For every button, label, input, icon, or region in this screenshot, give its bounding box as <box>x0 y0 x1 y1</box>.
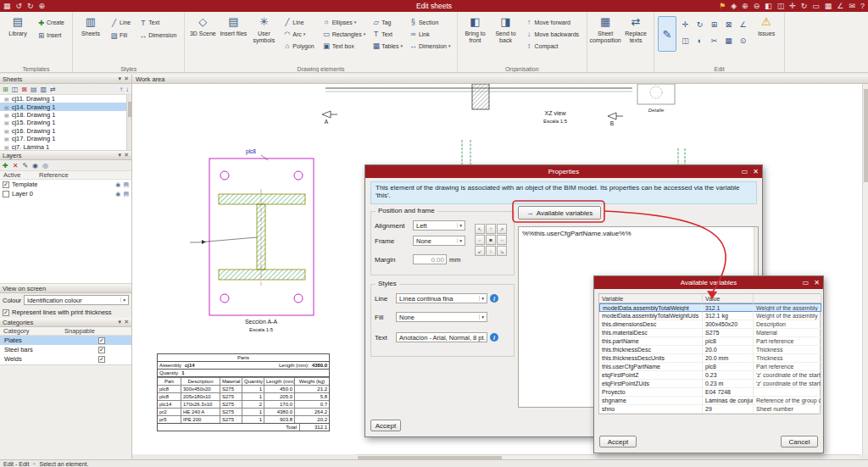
info-icon[interactable]: i <box>490 333 498 342</box>
user-symbols-button[interactable]: ✳ User symbols <box>249 14 278 58</box>
add-layer-icon[interactable]: ✚ <box>3 162 8 170</box>
frame-pad-button[interactable]: ↓ <box>486 246 496 256</box>
frame-pad-button[interactable]: ↙ <box>475 246 485 256</box>
snappable-checkbox[interactable]: ✓ <box>98 347 105 353</box>
snap-tool-button[interactable]: ⊙ <box>737 34 749 47</box>
copy-tool-button[interactable]: ◫ <box>679 34 692 47</box>
edit-tool-button[interactable]: ✎ <box>658 16 676 52</box>
frame-pad-button[interactable]: ↗ <box>497 224 507 234</box>
show-all-layers-icon[interactable]: ◉ <box>32 162 38 170</box>
accept-button[interactable]: Accept <box>599 436 637 448</box>
eye-icon[interactable]: ◉ <box>115 191 120 197</box>
flag-icon[interactable]: ⚑ <box>719 0 726 12</box>
eye-icon[interactable]: ◉ <box>115 181 120 188</box>
sheet-item[interactable]: ▤ cj7. Lámina 1 <box>0 142 131 150</box>
move-backwards-button[interactable]: ↓ Move backwards <box>523 28 584 40</box>
dimension-button[interactable]: ↔ Dimension ▾ <box>407 40 453 52</box>
accept-button[interactable]: Accept <box>370 420 401 431</box>
send-to-back-button[interactable]: ◨ Send to back <box>492 14 520 58</box>
line-style-select[interactable]: Línea continua fina ▾ <box>396 293 487 303</box>
monitor-icon[interactable]: ▭ <box>812 0 820 12</box>
bring-to-front-button[interactable]: ◧ Bring to front <box>461 14 490 58</box>
maximize-icon[interactable]: ▭ <box>742 168 748 175</box>
sheet-settings-icon[interactable]: ▤ <box>31 86 37 93</box>
polygon-button[interactable]: ⌂ Polygon <box>281 40 318 52</box>
replace-texts-button[interactable]: ⇄ Replace texts <box>621 14 650 58</box>
sheet-item[interactable]: ▤ cj15. Drawing 1 <box>0 119 131 126</box>
close-icon[interactable]: ✕ <box>814 279 820 286</box>
export-sheet-icon[interactable]: ⇄ <box>50 86 56 93</box>
frame-pad-button[interactable]: ↘ <box>497 246 507 256</box>
frame-pad-button[interactable]: → <box>497 235 507 245</box>
text-styles-button[interactable]: T Text <box>136 16 181 29</box>
issues-button[interactable]: ⚠ Issues <box>752 14 781 58</box>
margin-input[interactable]: 0.00 <box>413 254 447 264</box>
zoom-all-icon[interactable]: ◫ <box>777 0 785 12</box>
compact-button[interactable]: ↕ Compact <box>523 40 584 52</box>
mirror-tool-button[interactable]: ◐ <box>693 34 706 47</box>
zoom-out-icon[interactable]: ⊖ <box>754 0 760 12</box>
edit-layer-icon[interactable]: ✎ <box>22 162 28 170</box>
collapse-icon[interactable]: ▾ <box>119 75 122 82</box>
frame-select[interactable]: None ▾ <box>413 236 465 246</box>
close-icon[interactable]: ✕ <box>124 152 129 158</box>
trim-tool-button[interactable]: ✂ <box>708 34 721 47</box>
undo-icon[interactable]: ↺ <box>16 0 23 12</box>
messages-icon[interactable]: ✉ <box>849 0 855 12</box>
delete-layer-icon[interactable]: ✕ <box>13 162 19 170</box>
alignment-select[interactable]: Left ▾ <box>413 220 465 231</box>
redraw-icon[interactable]: ↻ <box>801 0 808 12</box>
move-forward-button[interactable]: ↑ Move forward <box>523 16 584 28</box>
ruler-icon[interactable]: ∠ <box>837 0 843 12</box>
work-area-vscrollbar[interactable] <box>862 84 868 454</box>
tables-button[interactable]: ▦ Tables ▾ <box>370 40 405 52</box>
matrix-tool-button[interactable]: ▦ <box>722 34 735 47</box>
move-sheet-down-icon[interactable]: ↓ <box>125 86 129 93</box>
sheet-item[interactable]: ▤ cj11. Drawing 1 <box>0 95 131 103</box>
line-styles-button[interactable]: ╱ Line <box>108 16 135 29</box>
snappable-checkbox[interactable]: ✓ <box>98 356 105 363</box>
hide-all-layers-icon[interactable]: ◎ <box>42 162 48 170</box>
frame-pad-button[interactable]: ← <box>475 235 485 245</box>
grid-icon[interactable]: ▦ <box>825 0 832 12</box>
help-icon[interactable]: ? <box>860 0 865 12</box>
zoom-icon[interactable]: ⊕ <box>39 0 46 12</box>
layer-active-checkbox[interactable]: ✓ <box>3 191 9 197</box>
text-style-select[interactable]: Anotación - Arial, Normal, 8 pt. ▾ <box>396 332 487 342</box>
link-button[interactable]: ∞ Link <box>407 28 453 40</box>
close-icon[interactable]: ✕ <box>124 319 129 325</box>
insert-template-button[interactable]: ⊞ Insert <box>35 29 69 42</box>
collapse-icon[interactable]: ▾ <box>119 319 122 325</box>
create-template-button[interactable]: ✚ Create <box>35 16 69 29</box>
library-button[interactable]: ▤ Library <box>3 14 32 58</box>
dimension-styles-button[interactable]: ↔ Dimension <box>136 29 181 42</box>
move-tool-button[interactable]: ✛ <box>679 18 692 31</box>
category-row[interactable]: Plates ✓ <box>0 336 131 345</box>
frame-pad-button[interactable]: ↑ <box>486 224 496 234</box>
close-icon[interactable]: ✕ <box>753 168 759 175</box>
section-button[interactable]: § Section <box>407 16 453 28</box>
sheets-scrollbar[interactable] <box>126 95 131 150</box>
new-sheet-icon[interactable]: ⊞ <box>3 86 8 93</box>
app-menu-icon[interactable]: ▦ <box>3 0 11 12</box>
move-sheet-up-icon[interactable]: ↑ <box>120 86 123 93</box>
category-row[interactable]: Steel bars ✓ <box>0 345 131 354</box>
layer-row[interactable]: ✓ Template ◉ ▤ <box>0 180 131 189</box>
print-thickness-checkbox[interactable]: ✓ <box>3 309 9 316</box>
category-row[interactable]: Welds ✓ <box>0 354 131 364</box>
cancel-button[interactable]: Cancel <box>781 436 818 448</box>
frame-pad-button[interactable]: ■ <box>486 235 496 245</box>
fill-style-select[interactable]: None ▾ <box>396 312 487 322</box>
sheet-item[interactable]: ▤ cj17. Drawing 1 <box>0 135 131 142</box>
frame-pad-button[interactable]: ↖ <box>475 224 485 234</box>
sheet-item[interactable]: ▤ cj14. Drawing 1 <box>0 103 131 110</box>
3d-scene-button[interactable]: ◇ 3D Scene <box>188 14 217 58</box>
print-sheet-icon[interactable]: ▥ <box>41 86 47 93</box>
erase-tool-button[interactable]: ⊠ <box>722 18 735 31</box>
layer-row[interactable]: ✓ Layer 0 ◉ ▤ <box>0 189 131 198</box>
pan-icon[interactable]: ✛ <box>789 0 796 12</box>
printer-icon[interactable]: ▤ <box>123 181 129 188</box>
zoom-window-icon[interactable]: ◧ <box>765 0 772 12</box>
fill-styles-button[interactable]: ▨ Fill <box>108 29 135 42</box>
colour-select[interactable]: Identification colour ▾ <box>24 295 129 305</box>
